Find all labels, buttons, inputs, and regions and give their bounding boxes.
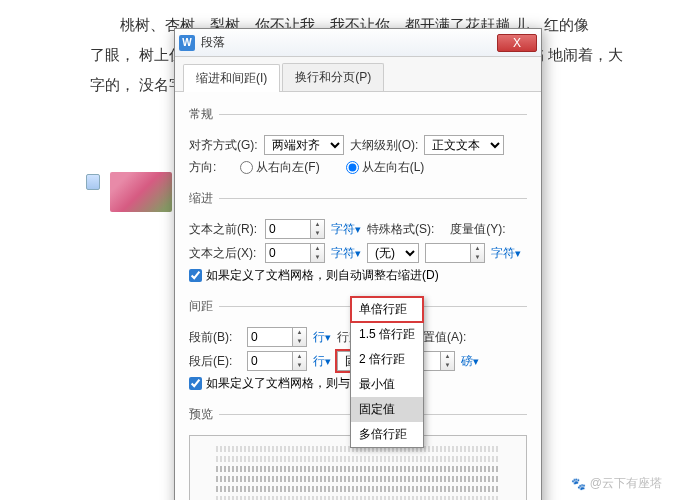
outline-label: 大纲级别(O): xyxy=(350,137,419,154)
document-icon xyxy=(86,174,100,190)
section-indent: 缩进 文本之前(R): ▲▼ 字符▾ 特殊格式(S): 度量值(Y): 文本之后… xyxy=(189,190,527,292)
radio-rtl[interactable]: 从右向左(F) xyxy=(240,159,319,176)
dropdown-option-multiple[interactable]: 多倍行距 xyxy=(351,422,423,447)
measure-label: 度量值(Y): xyxy=(450,221,505,238)
section-indent-label: 缩进 xyxy=(189,190,219,207)
dropdown-option-1-5[interactable]: 1.5 倍行距 xyxy=(351,322,423,347)
after-text-label: 文本之后(X): xyxy=(189,245,259,262)
unit-line2[interactable]: 行▾ xyxy=(313,353,331,370)
titlebar[interactable]: W 段落 X xyxy=(175,29,541,57)
align-label: 对齐方式(G): xyxy=(189,137,258,154)
unit-line1[interactable]: 行▾ xyxy=(313,329,331,346)
section-spacing-label: 间距 xyxy=(189,298,219,315)
app-icon: W xyxy=(179,35,195,51)
after-para-label: 段后(E): xyxy=(189,353,241,370)
dropdown-option-min[interactable]: 最小值 xyxy=(351,372,423,397)
dropdown-option-single[interactable]: 单倍行距 xyxy=(351,297,423,322)
close-button[interactable]: X xyxy=(497,34,537,52)
section-preview-label: 预览 xyxy=(189,406,219,423)
line-spacing-dropdown: 单倍行距 1.5 倍行距 2 倍行距 最小值 固定值 多倍行距 xyxy=(350,296,424,448)
image-thumbnail xyxy=(110,172,172,212)
tab-line-page-breaks[interactable]: 换行和分页(P) xyxy=(282,63,384,91)
watermark: 🐾 @云下有座塔 xyxy=(571,475,662,492)
tabbar: 缩进和间距(I) 换行和分页(P) xyxy=(175,57,541,92)
align-select[interactable]: 两端对齐 xyxy=(264,135,344,155)
before-text-spinner[interactable]: ▲▼ xyxy=(265,219,325,239)
after-text-spinner[interactable]: ▲▼ xyxy=(265,243,325,263)
unit-char[interactable]: 字符▾ xyxy=(331,221,361,238)
unit-pt[interactable]: 磅▾ xyxy=(461,353,479,370)
special-label: 特殊格式(S): xyxy=(367,221,434,238)
special-select[interactable]: (无) xyxy=(367,243,419,263)
direction-label: 方向: xyxy=(189,159,216,176)
section-general: 常规 对齐方式(G): 两端对齐 大纲级别(O): 正文文本 方向: 从右向左(… xyxy=(189,106,527,184)
outline-select[interactable]: 正文文本 xyxy=(424,135,504,155)
section-general-label: 常规 xyxy=(189,106,219,123)
after-para-spinner[interactable]: ▲▼ xyxy=(247,351,307,371)
before-para-spinner[interactable]: ▲▼ xyxy=(247,327,307,347)
checkbox-adjust-indent[interactable]: 如果定义了文档网格，则自动调整右缩进(D) xyxy=(189,267,527,284)
unit-char2[interactable]: 字符▾ xyxy=(331,245,361,262)
unit-char3[interactable]: 字符▾ xyxy=(491,245,521,262)
paw-icon: 🐾 xyxy=(571,477,586,491)
radio-ltr[interactable]: 从左向右(L) xyxy=(346,159,425,176)
dialog-title: 段落 xyxy=(201,34,497,51)
before-text-label: 文本之前(R): xyxy=(189,221,259,238)
dropdown-option-fixed[interactable]: 固定值 xyxy=(351,397,423,422)
dropdown-option-double[interactable]: 2 倍行距 xyxy=(351,347,423,372)
before-para-label: 段前(B): xyxy=(189,329,241,346)
tab-indent-spacing[interactable]: 缩进和间距(I) xyxy=(183,64,280,92)
measure-spinner[interactable]: ▲▼ xyxy=(425,243,485,263)
